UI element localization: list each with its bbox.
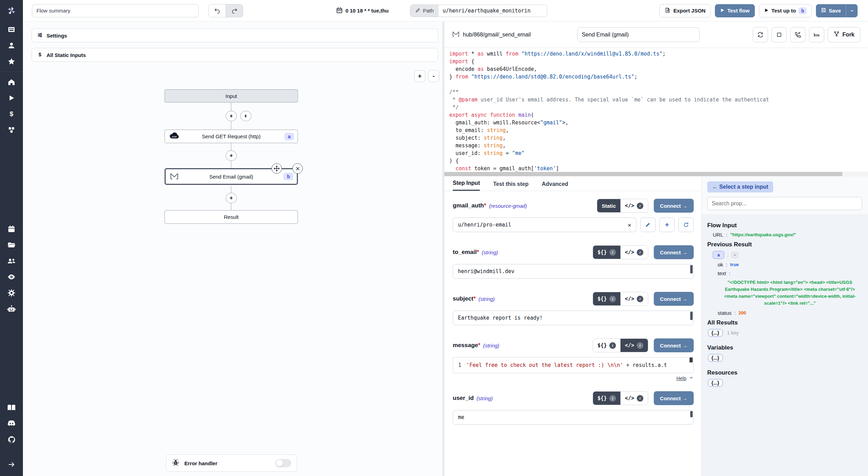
blocks-icon[interactable] — [0, 122, 23, 138]
redo-button[interactable] — [226, 5, 243, 17]
error-handler-toggle[interactable] — [275, 459, 291, 467]
zoom-in-button[interactable]: + — [414, 70, 425, 82]
to-email-input[interactable]: henri@windmill.dev — [453, 264, 694, 279]
hub-script-path[interactable]: hub/868/gmail/_send_email — [452, 31, 531, 39]
home-icon[interactable] — [0, 74, 23, 90]
message-connect-button[interactable]: Connect → — [654, 338, 694, 352]
delete-step-button[interactable] — [292, 163, 303, 174]
apps-icon[interactable] — [0, 22, 23, 38]
flow-settings-button[interactable]: Settings — [32, 28, 438, 42]
export-json-button[interactable]: Export JSON — [659, 4, 711, 17]
resources-object-pill[interactable]: {...} — [708, 379, 723, 387]
path-control[interactable]: Path u/henri/earthquake_monitorin — [410, 5, 547, 17]
subject-input[interactable]: Earthquake report is ready! — [453, 311, 694, 325]
code-mode-option[interactable]: </>i — [620, 339, 648, 352]
help-link[interactable]: Help — [676, 376, 686, 381]
info-icon[interactable]: i — [609, 249, 616, 256]
search-prop-input[interactable] — [707, 197, 862, 210]
info-icon[interactable]: i — [637, 203, 643, 209]
prop-status[interactable]: status: 200 — [718, 310, 862, 316]
move-step-button[interactable] — [272, 163, 282, 174]
gmail-auth-connect-button[interactable]: Connect → — [654, 199, 694, 213]
clear-icon[interactable]: ✕ — [628, 222, 631, 228]
add-resource-button[interactable]: + — [659, 218, 675, 232]
expr-mode-option[interactable]: ${}i — [593, 392, 620, 405]
expr-mode-option[interactable]: ${}i — [593, 292, 620, 305]
gear-icon[interactable] — [0, 285, 23, 301]
select-step-input-button[interactable]: ← Select a step input — [707, 181, 773, 192]
diff-bed-button[interactable] — [809, 27, 824, 42]
flow-node-get-request[interactable]: HTTP Send GET Request (http) a — [165, 130, 298, 143]
message-code-editor[interactable]: 1 'Feel free to check out the latest rep… — [453, 357, 694, 373]
code-mode-option[interactable]: </>i — [620, 392, 648, 405]
eye-icon[interactable] — [0, 269, 23, 285]
tab-advanced[interactable]: Advanced — [542, 181, 568, 191]
undo-button[interactable] — [209, 5, 226, 17]
expand-box-button[interactable] — [771, 27, 787, 42]
star-icon[interactable] — [0, 54, 23, 69]
github-icon[interactable] — [0, 432, 23, 448]
subject-connect-button[interactable]: Connect → — [654, 292, 694, 306]
play-icon[interactable] — [0, 90, 23, 106]
zoom-out-button[interactable]: - — [428, 70, 439, 82]
test-up-to-button[interactable]: Test up to b — [759, 4, 812, 17]
save-button[interactable]: Save — [816, 4, 846, 17]
tab-test-this-step[interactable]: Test this step — [493, 181, 528, 191]
sync-button[interactable] — [753, 27, 768, 42]
windmill-logo[interactable] — [0, 0, 23, 22]
save-dropdown-button[interactable] — [846, 4, 858, 17]
info-icon[interactable]: i — [637, 395, 643, 402]
code-hscrollbar[interactable] — [444, 172, 868, 177]
info-icon[interactable]: i — [609, 395, 616, 402]
variables-object-pill[interactable]: {...} — [708, 354, 723, 362]
robot-icon[interactable] — [0, 301, 23, 317]
code-mode-option[interactable]: </>i — [620, 246, 648, 259]
user-id-connect-button[interactable]: Connect → — [654, 391, 694, 405]
info-icon[interactable]: i — [637, 342, 643, 349]
prop-text[interactable]: text: — [718, 270, 862, 276]
info-icon[interactable]: i — [609, 342, 616, 349]
expr-mode-option[interactable]: ${}i — [593, 246, 620, 259]
gmail-auth-resource-input[interactable]: u/henri/pro-email ✕ — [453, 218, 636, 232]
step-name-input[interactable] — [577, 27, 700, 42]
code-mode-option[interactable]: </>i — [620, 199, 648, 212]
users-icon[interactable] — [0, 253, 23, 269]
info-icon[interactable]: i — [609, 296, 616, 302]
expr-mode-option[interactable]: ${}i — [593, 339, 620, 352]
user-icon[interactable] — [0, 38, 23, 54]
all-results-object-pill[interactable]: {...} — [708, 329, 723, 337]
fork-button[interactable]: Fork — [828, 27, 860, 42]
add-step-button[interactable]: + — [226, 193, 237, 203]
flow-node-input[interactable]: Input — [165, 89, 298, 102]
flow-node-result[interactable]: Result — [165, 210, 298, 224]
code-mode-option[interactable]: </>i — [620, 292, 648, 305]
dollar-icon[interactable]: $ — [0, 106, 23, 122]
step-a-badge[interactable]: a — [713, 251, 724, 259]
user-id-input[interactable]: me — [453, 410, 694, 425]
calendar-icon[interactable] — [0, 221, 23, 237]
collapse-arrow-icon[interactable] — [0, 457, 23, 473]
add-step-button[interactable]: + — [226, 150, 237, 161]
test-flow-button[interactable]: Test flow — [715, 4, 755, 17]
all-static-inputs-button[interactable]: $ All Static Inputs — [32, 48, 438, 62]
tab-step-input[interactable]: Step Input — [453, 180, 480, 191]
code-editor[interactable]: import * as wmill from "https://deno.lan… — [444, 48, 868, 172]
to-email-connect-button[interactable]: Connect → — [654, 245, 694, 259]
docs-book-icon[interactable] — [0, 400, 23, 416]
prop-text-value[interactable]: "<!DOCTYPE html> <html lang="en"> <head>… — [718, 279, 862, 307]
chevron-down-icon[interactable] — [689, 375, 694, 381]
prop-ok[interactable]: ok: true — [718, 262, 862, 268]
add-step-button[interactable]: + — [226, 111, 237, 121]
flow-summary-input[interactable] — [32, 4, 199, 17]
info-icon[interactable]: i — [637, 249, 643, 256]
discord-icon[interactable] — [0, 416, 23, 432]
phone-incoming-button[interactable] — [790, 27, 806, 42]
prop-url[interactable]: URL: "https://earthquake.usgs.gov/" — [713, 232, 862, 238]
schedule-cron[interactable]: 0 10 18 * * tue,thu — [336, 7, 389, 15]
edit-resource-button[interactable] — [640, 218, 656, 232]
folder-icon[interactable] — [0, 237, 23, 253]
trigger-bolt-button[interactable] — [240, 111, 251, 121]
refresh-resource-button[interactable] — [678, 218, 694, 232]
collapse-button[interactable]: - — [731, 252, 738, 258]
static-mode-option[interactable]: Static — [597, 199, 620, 212]
